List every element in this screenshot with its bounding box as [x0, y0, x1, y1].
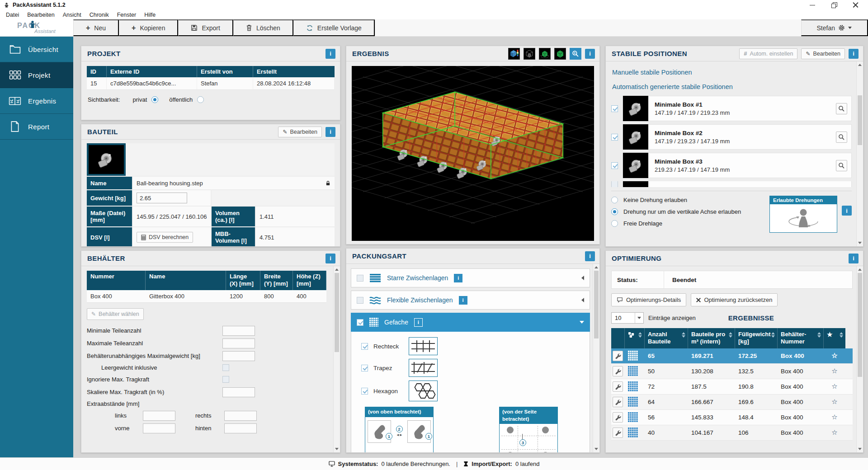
- info-icon[interactable]: i: [326, 127, 335, 137]
- rotation-radio[interactable]: [611, 220, 618, 227]
- rotation-radio[interactable]: [611, 197, 618, 203]
- trapez-checkbox[interactable]: [361, 365, 368, 371]
- close-button[interactable]: [853, 2, 859, 8]
- links-input[interactable]: [143, 411, 175, 421]
- rotation-option[interactable]: Freie Drehlage: [611, 220, 765, 227]
- column-header[interactable]: ID: [87, 66, 107, 77]
- 3d-viewport[interactable]: [352, 66, 594, 241]
- sort-icons[interactable]: [682, 331, 685, 338]
- pro-m3-column-header[interactable]: Bauteile pro m³ (intern): [688, 328, 735, 348]
- column-header[interactable]: Name: [146, 271, 226, 290]
- configure-icon[interactable]: [613, 366, 623, 376]
- column-header[interactable]: Erstellt von: [197, 66, 253, 77]
- result-row[interactable]: 40 104.167 106 Box 400 ☆: [611, 425, 853, 441]
- chevron-down-icon[interactable]: [635, 313, 643, 323]
- part-thumbnail[interactable]: [87, 143, 126, 176]
- info-icon[interactable]: i: [849, 254, 859, 263]
- projekt-table-row[interactable]: 15 c7d8e559bac54b6c9ce... Stefan 28.08.2…: [87, 77, 335, 90]
- position-card[interactable]: Minimale Box #3 219.23 / 147.19 / 147.19…: [623, 153, 852, 178]
- restore-button[interactable]: [831, 2, 837, 8]
- menu-item[interactable]: Bearbeiten: [23, 12, 58, 18]
- trapez-pattern-icon[interactable]: [409, 359, 438, 377]
- flexible-zwischenlagen-option[interactable]: Flexible Zwischenlagen i: [351, 291, 590, 310]
- dsv-berechnen-button[interactable]: DSV berechnen: [137, 232, 193, 243]
- position-card[interactable]: [623, 181, 852, 187]
- min-teileanzahl-input[interactable]: [222, 326, 255, 336]
- wireframe-view-icon[interactable]: [524, 48, 535, 60]
- sort-icons[interactable]: [817, 331, 821, 338]
- position-checkbox[interactable]: [611, 134, 618, 141]
- favorite-star-icon[interactable]: ☆: [824, 364, 845, 379]
- info-icon[interactable]: i: [414, 318, 423, 327]
- info-icon[interactable]: i: [459, 296, 467, 305]
- behaelter-waehlen-button[interactable]: ✎ Behälter wählen: [87, 308, 144, 320]
- inspect-position-button[interactable]: [836, 132, 847, 143]
- result-row[interactable]: 65 169.271 172.25 Box 400 ☆: [611, 348, 853, 364]
- position-card[interactable]: Minimale Box #2 147.19 / 219.23 / 147.19…: [623, 124, 852, 150]
- inspect-position-button[interactable]: [836, 160, 847, 171]
- maximalgewicht-input[interactable]: [222, 351, 255, 361]
- edit-part-button[interactable]: ✎ Bearbeiten: [278, 127, 322, 137]
- hinten-input[interactable]: [224, 423, 257, 433]
- gefache-checkbox[interactable]: [357, 319, 363, 326]
- behaelter-column-header[interactable]: Behälter-Nummer: [778, 328, 824, 348]
- configure-icon[interactable]: [613, 381, 623, 392]
- configure-icon[interactable]: [613, 351, 623, 361]
- rotation-option[interactable]: Drehung nur um die vertikale Achse erlau…: [611, 208, 765, 215]
- scroll-up-icon[interactable]: [594, 266, 598, 268]
- rechteck-checkbox[interactable]: [361, 343, 368, 350]
- column-header[interactable]: Nummer: [87, 271, 146, 290]
- info-icon[interactable]: i: [849, 49, 859, 59]
- starre-zwischenlagen-option[interactable]: Starre Zwischenlagen i: [351, 268, 590, 287]
- scroll-down-icon[interactable]: [858, 448, 862, 450]
- position-checkbox[interactable]: [611, 105, 618, 112]
- configure-icon[interactable]: [613, 412, 623, 423]
- scroll-down-icon[interactable]: [858, 242, 862, 244]
- favorite-star-icon[interactable]: ☆: [824, 395, 845, 409]
- menu-item[interactable]: Datei: [2, 12, 23, 18]
- favorite-star-icon[interactable]: ☆: [824, 379, 845, 394]
- menu-item[interactable]: Hilfe: [140, 12, 160, 18]
- info-icon[interactable]: i: [585, 49, 595, 59]
- result-row[interactable]: 56 145.833 148.4 Box 400 ☆: [611, 410, 853, 425]
- delete-button[interactable]: Löschen: [233, 19, 293, 36]
- copy-button[interactable]: + Kopieren: [119, 19, 178, 36]
- menu-item[interactable]: Chronik: [85, 12, 113, 18]
- hexagon-pattern-icon[interactable]: [409, 381, 438, 401]
- info-icon[interactable]: i: [585, 251, 595, 261]
- column-header[interactable]: Länge (X) [mm]: [226, 271, 260, 290]
- rotation-radio[interactable]: [611, 208, 618, 215]
- sidebar-item-projekt[interactable]: Projekt: [0, 62, 73, 88]
- page-size-select[interactable]: 10: [611, 312, 644, 324]
- vertical-scrollbar[interactable]: [593, 264, 599, 452]
- scroll-up-icon[interactable]: [858, 64, 862, 66]
- favorite-star-icon[interactable]: ☆: [824, 348, 845, 363]
- sort-icons[interactable]: [729, 331, 732, 338]
- favorite-star-icon[interactable]: ☆: [824, 410, 845, 425]
- info-icon[interactable]: i: [326, 254, 335, 263]
- position-checkbox[interactable]: [611, 162, 618, 169]
- flexible-checkbox[interactable]: [357, 297, 363, 304]
- leergewicht-checkbox[interactable]: [222, 364, 229, 371]
- ignoriere-tragkraft-checkbox[interactable]: [222, 376, 229, 383]
- create-template-button[interactable]: Erstelle Vorlage: [293, 19, 375, 36]
- sidebar-item-uebersicht[interactable]: Übersicht: [0, 37, 73, 62]
- result-row[interactable]: 50 130.208 132.5 Box 400 ☆: [611, 364, 853, 379]
- export-button[interactable]: Export: [178, 19, 233, 36]
- configure-icon[interactable]: [613, 428, 623, 438]
- position-checkbox[interactable]: [611, 181, 618, 187]
- sort-icons[interactable]: [638, 331, 642, 338]
- vertical-scrollbar[interactable]: [333, 266, 340, 452]
- max-teileanzahl-input[interactable]: [222, 338, 255, 348]
- behaelter-table-row[interactable]: Box 400 Gitterbox 400 1200 800 400: [87, 290, 330, 303]
- fuellgewicht-column-header[interactable]: Füllgewicht [kg]: [735, 328, 778, 348]
- gefache-option[interactable]: Gefache i: [351, 313, 590, 332]
- sort-icons[interactable]: [840, 331, 843, 338]
- info-icon[interactable]: i: [454, 274, 462, 282]
- gewicht-input[interactable]: [137, 193, 187, 203]
- minimize-button[interactable]: [809, 2, 816, 8]
- scroll-down-icon[interactable]: [594, 448, 598, 450]
- scroll-up-icon[interactable]: [335, 268, 339, 271]
- collapse-icon[interactable]: [581, 298, 584, 302]
- scroll-up-icon[interactable]: [858, 268, 862, 271]
